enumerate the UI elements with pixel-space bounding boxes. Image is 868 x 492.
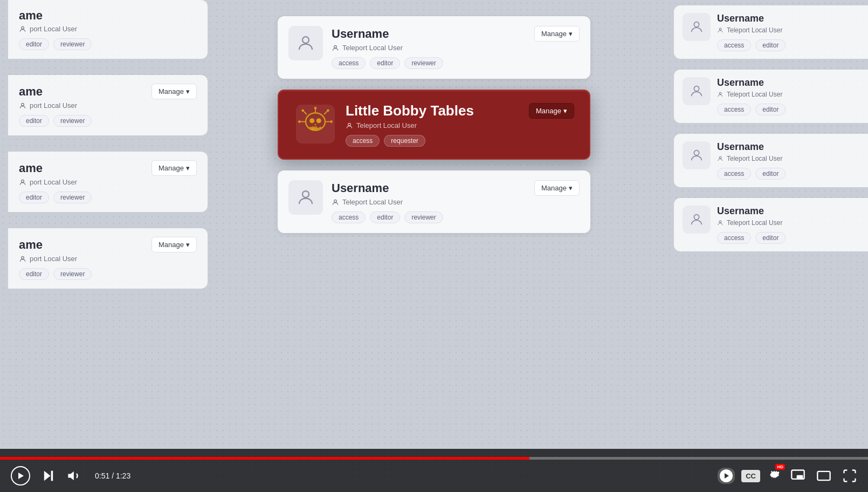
svg-point-4 [302, 37, 309, 43]
tag: editor [19, 115, 49, 127]
left-username-2: ame [19, 85, 43, 99]
left-card-3: ame Manage ▾ port Local User editor revi… [8, 152, 208, 212]
right-card-4: Username Teleport Local User access edit… [674, 198, 868, 251]
user-type-icon-top [332, 44, 339, 52]
miniplayer-button[interactable] [788, 466, 808, 486]
bobby-username: Little Bobby Tables [346, 102, 474, 119]
center-usertype-top: Teleport Local User [332, 44, 580, 52]
svg-point-2 [22, 180, 24, 182]
left-usertype-2: port Local User [19, 101, 197, 110]
play-icon [11, 466, 30, 486]
svg-point-25 [694, 22, 699, 27]
center-card-top: Username Manage ▾ Teleport Local User ac… [278, 16, 590, 79]
settings-button[interactable]: HD [767, 467, 782, 484]
card-header-bobby: Little Bobby Tables Manage ▾ [346, 102, 574, 119]
tag-editor: editor [370, 57, 400, 69]
svg-rect-38 [797, 475, 803, 480]
center-tags-bottom: access editor reviewer [332, 211, 580, 223]
right-username-1: Username [717, 13, 764, 24]
manage-button-bottom[interactable]: Manage ▾ [534, 180, 580, 196]
svg-point-30 [719, 156, 721, 159]
tag: editor [19, 268, 49, 280]
tag: access [717, 104, 751, 115]
tag-requester-bobby: requester [384, 135, 425, 147]
background-grid: ame port Local User editor reviewer [0, 0, 868, 492]
bobby-usertype: Teleport Local User [346, 121, 574, 129]
right-user-icon-4 [689, 212, 704, 227]
manage-button-top[interactable]: Manage ▾ [534, 26, 580, 42]
tag-reviewer-bottom: reviewer [404, 211, 443, 223]
svg-rect-39 [817, 472, 830, 480]
cc-button[interactable]: CC [741, 470, 760, 482]
card-info-bobby: Little Bobby Tables Manage ▾ Teleport Lo… [346, 102, 574, 147]
svg-point-5 [334, 45, 337, 48]
right-user-type-icon-2 [717, 91, 724, 98]
left-card-4: ame Manage ▾ port Local User editor revi… [8, 228, 208, 289]
video-controls: 0:51 / 1:23 CC HD [0, 449, 868, 492]
right-tags-3: access editor [717, 168, 786, 180]
user-avatar-icon-bottom [296, 188, 315, 207]
right-usertype-4: Teleport Local User [717, 219, 786, 227]
manage-button-left-2[interactable]: Manage ▾ [151, 84, 197, 99]
right-avatar-4 [683, 206, 711, 234]
progress-bar[interactable] [0, 457, 868, 460]
right-avatar-3 [683, 141, 711, 169]
card-header-top: Username Manage ▾ [332, 26, 580, 42]
right-usertype-3: Teleport Local User [717, 155, 786, 162]
hd-badge: HD [775, 464, 785, 470]
right-user-icon-2 [689, 84, 704, 99]
tag-editor-bottom: editor [370, 211, 400, 223]
tag: editor [19, 38, 49, 50]
left-usertype-3: port Local User [19, 178, 197, 186]
play-triangle-icon [16, 472, 25, 480]
tag-access-bottom: access [332, 211, 366, 223]
svg-point-31 [694, 215, 699, 220]
svg-point-3 [22, 256, 24, 259]
svg-marker-34 [44, 471, 51, 481]
svg-point-15 [330, 120, 333, 123]
right-usertype-2: Teleport Local User [717, 91, 786, 98]
theater-button[interactable] [814, 466, 833, 486]
bobby-tags: access requester [346, 135, 574, 147]
manage-button-left-3[interactable]: Manage ▾ [151, 160, 197, 176]
theater-icon [816, 468, 831, 483]
center-card-bobby: Little Bobby Tables Manage ▾ Teleport Lo… [278, 90, 590, 160]
tag: reviewer [53, 192, 92, 203]
tag: editor [755, 39, 786, 51]
fullscreen-icon [842, 468, 857, 483]
svg-point-21 [327, 110, 329, 112]
left-tags-2: editor reviewer [19, 115, 197, 127]
volume-button[interactable] [65, 466, 84, 486]
left-column: ame port Local User editor reviewer [0, 0, 205, 492]
svg-point-8 [309, 118, 314, 123]
center-card-bottom: Username Manage ▾ Teleport Local User ac… [278, 170, 590, 233]
right-user-type-icon-4 [717, 220, 724, 226]
manage-button-left-4[interactable]: Manage ▾ [151, 237, 197, 252]
right-card-info-2: Username Teleport Local User access edit… [717, 77, 786, 115]
skip-button[interactable] [39, 466, 58, 486]
right-card-info-3: Username Teleport Local User access edit… [717, 141, 786, 180]
center-username-bottom: Username [332, 181, 389, 195]
right-user-type-icon-1 [717, 27, 724, 33]
card-info-bottom: Username Manage ▾ Teleport Local User ac… [332, 180, 580, 223]
svg-point-22 [348, 123, 351, 126]
left-card-2: ame Manage ▾ port Local User editor revi… [8, 75, 208, 135]
play-button[interactable] [9, 464, 32, 488]
right-card-info-1: Username Teleport Local User access edit… [717, 13, 786, 51]
right-username-3: Username [717, 141, 764, 152]
autoplay-toggle[interactable] [718, 468, 735, 484]
fullscreen-button[interactable] [840, 466, 859, 486]
right-avatar-2 [683, 77, 711, 105]
right-card-3: Username Teleport Local User access edit… [674, 134, 868, 187]
autoplay-circle [720, 469, 733, 482]
svg-point-0 [22, 26, 24, 29]
svg-marker-36 [68, 472, 73, 480]
user-avatar-icon [296, 33, 315, 53]
volume-icon [67, 468, 82, 483]
left-username-4: ame [19, 238, 43, 252]
left-username-1: ame [19, 9, 43, 23]
center-tags-top: access editor reviewer [332, 57, 580, 69]
manage-button-bobby[interactable]: Manage ▾ [529, 103, 574, 119]
left-tags-3: editor reviewer [19, 192, 197, 203]
tag: editor [19, 192, 49, 203]
